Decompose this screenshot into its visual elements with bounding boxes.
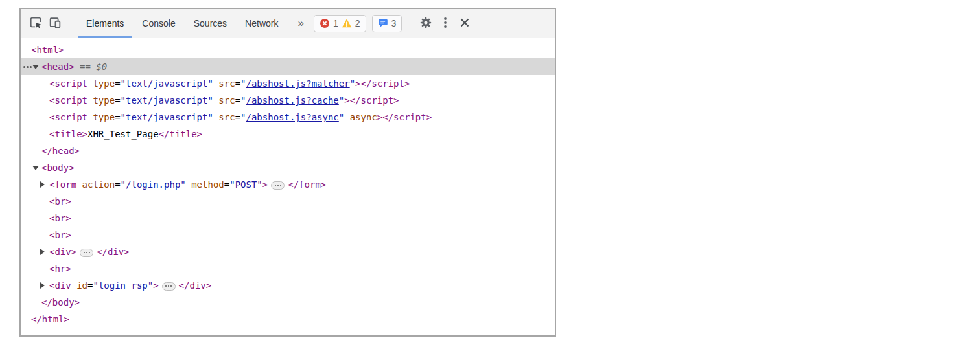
tab-sources[interactable]: Sources xyxy=(185,9,236,38)
resource-link[interactable]: /abshost.js?cache xyxy=(246,95,339,106)
code-token: = xyxy=(235,95,240,106)
code-token: async xyxy=(344,112,377,122)
warning-count: 2 xyxy=(355,18,360,28)
code-token: = xyxy=(115,78,120,89)
code-token: "login_rsp" xyxy=(93,280,153,291)
devtools-toolbar: Elements Console Sources Network » 1 xyxy=(21,9,555,38)
issues-icon xyxy=(378,18,388,28)
inline-expand-button[interactable] xyxy=(80,249,93,257)
dom-tree-line[interactable]: <br> xyxy=(21,227,555,243)
devtools-menu-button[interactable] xyxy=(436,14,455,33)
code-token: XHR_Test_Page xyxy=(88,129,159,139)
code-token: </title> xyxy=(159,129,202,139)
tab-network[interactable]: Network xyxy=(236,9,287,38)
code-token: <script xyxy=(49,112,88,122)
expand-arrow-icon[interactable] xyxy=(32,65,39,69)
code-token: = xyxy=(235,112,240,122)
code-token: <div> xyxy=(49,247,76,257)
code-token: </html> xyxy=(31,314,69,324)
dom-tree-line[interactable]: <br> xyxy=(21,193,555,210)
expand-arrow-icon[interactable] xyxy=(40,249,45,255)
inline-expand-button[interactable] xyxy=(162,282,176,291)
code-token: <form xyxy=(49,179,76,190)
expand-arrow-icon[interactable] xyxy=(40,181,45,188)
dom-tree-line[interactable]: <br> xyxy=(21,210,555,227)
panel-tabs: Elements Console Sources Network xyxy=(77,9,287,38)
code-token: id xyxy=(71,280,88,291)
code-token: "text/javascript" xyxy=(121,112,213,122)
resource-link[interactable]: /abshost.js?matcher xyxy=(246,78,350,89)
dom-tree-line[interactable]: <script type="text/javascript" src="/abs… xyxy=(21,109,555,126)
close-icon xyxy=(459,17,471,30)
code-token: </head> xyxy=(41,146,80,156)
more-tabs-chevron-icon[interactable]: » xyxy=(294,17,307,30)
row-options-icon[interactable] xyxy=(23,66,32,68)
kebab-menu-icon xyxy=(439,16,452,31)
code-token: == $0 xyxy=(75,62,108,72)
dom-tree-line[interactable]: <script type="text/javascript" src="/abs… xyxy=(21,92,555,109)
code-token: = xyxy=(235,78,240,89)
dom-tree-line[interactable]: </head> xyxy=(21,142,555,159)
dom-tree-line[interactable]: <html> xyxy=(21,41,555,58)
code-token: <title> xyxy=(49,129,88,139)
code-token: "text/javascript" xyxy=(121,78,213,89)
code-token: <br> xyxy=(49,230,71,240)
dom-tree-line[interactable]: <script type="text/javascript" src="/abs… xyxy=(21,75,555,92)
code-token: = xyxy=(224,179,229,190)
code-token: " xyxy=(240,95,246,106)
issues-count: 3 xyxy=(391,18,397,28)
code-token: = xyxy=(115,179,120,190)
code-token: </div> xyxy=(179,280,212,291)
errors-warnings-badge[interactable]: 1 2 xyxy=(314,15,366,32)
code-token: <br> xyxy=(49,213,71,223)
tab-elements[interactable]: Elements xyxy=(77,9,133,38)
gear-icon xyxy=(419,16,433,32)
expand-arrow-icon[interactable] xyxy=(40,282,45,289)
device-toolbar-button[interactable] xyxy=(45,14,65,33)
code-token: = xyxy=(115,95,120,106)
code-token: </form> xyxy=(288,179,326,190)
code-token: > xyxy=(262,179,268,190)
warning-icon xyxy=(342,18,352,28)
dom-tree-line[interactable]: <form action="/login.php" method="POST">… xyxy=(21,176,555,193)
dom-tree-line[interactable]: </body> xyxy=(21,294,555,311)
code-token: src xyxy=(213,112,235,122)
code-token: src xyxy=(213,95,235,106)
code-token: = xyxy=(115,112,120,122)
code-token: <head> xyxy=(41,62,75,72)
inline-expand-button[interactable] xyxy=(271,181,285,190)
error-icon xyxy=(320,18,330,28)
close-devtools-button[interactable] xyxy=(455,14,474,33)
code-token: <body> xyxy=(41,162,75,173)
dom-tree-line[interactable]: <hr> xyxy=(21,260,555,277)
toolbar-divider xyxy=(71,16,71,31)
code-token: " xyxy=(339,112,344,122)
tab-console[interactable]: Console xyxy=(133,9,184,38)
inspect-icon xyxy=(29,16,43,32)
dom-tree-line[interactable]: <title>XHR_Test_Page</title> xyxy=(21,126,555,142)
code-token: > xyxy=(153,280,158,291)
code-token: method xyxy=(186,179,224,190)
expand-arrow-icon[interactable] xyxy=(32,166,39,170)
resource-link[interactable]: /abshost.js?async xyxy=(246,112,339,122)
dom-tree-line[interactable]: <div id="login_rsp"></div> xyxy=(21,277,555,294)
dom-tree-line[interactable]: <div></div> xyxy=(21,243,555,260)
code-token: " xyxy=(339,95,344,106)
code-token: <hr> xyxy=(49,263,71,274)
issues-badge[interactable]: 3 xyxy=(372,15,402,32)
dom-tree-line[interactable]: <head> == $0 xyxy=(21,58,555,75)
inspect-element-button[interactable] xyxy=(26,14,45,33)
code-token: </body> xyxy=(41,297,80,308)
code-token: <script xyxy=(49,78,88,89)
code-token: <script xyxy=(49,95,88,106)
settings-button[interactable] xyxy=(416,14,436,33)
code-token: type xyxy=(88,78,115,89)
dom-tree: <html><head> == $0<script type="text/jav… xyxy=(21,38,555,328)
dom-tree-line[interactable]: <body> xyxy=(21,159,555,176)
code-token: "text/javascript" xyxy=(121,95,213,106)
dom-tree-line[interactable]: </html> xyxy=(21,311,555,328)
toolbar-divider xyxy=(410,16,410,31)
code-token: ></script> xyxy=(377,112,432,122)
code-token: " xyxy=(240,78,246,89)
code-token: type xyxy=(88,95,115,106)
